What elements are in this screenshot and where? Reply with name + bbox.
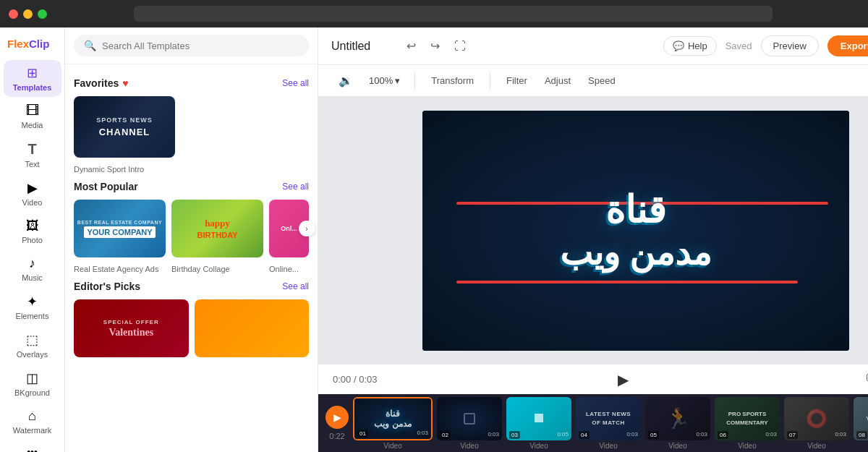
- timeline-clip-3[interactable]: ⏹ 03 0:05 Video: [506, 397, 571, 450]
- toolbar-divider-1: [414, 74, 415, 88]
- clip-2-number: 02: [440, 431, 451, 439]
- clip-6-number: 06: [718, 431, 728, 439]
- arabic-line2: مدمن ويب: [560, 232, 712, 274]
- most-popular-labels: Real Estate Agency Ads Birthday Collage …: [74, 262, 309, 275]
- clip-1-label: Video: [383, 442, 401, 450]
- clip-1-number: 01: [357, 430, 368, 438]
- saved-status: Saved: [726, 40, 752, 51]
- timeline-play-button[interactable]: ▶: [326, 406, 349, 429]
- clip-3-info: 03 0:05: [509, 431, 569, 439]
- editors-picks-header: Editor's Picks See all: [74, 281, 309, 292]
- controls-right: 🎙 ⊞ 0:03 ✕: [863, 372, 868, 387]
- sidebar-item-music[interactable]: ♪ Music: [4, 251, 61, 287]
- sidebar-item-watermark[interactable]: ⌂ Watermark: [4, 404, 61, 440]
- adjust-button[interactable]: Adjust: [537, 72, 578, 90]
- timeline-clip-5[interactable]: 🏃 05 0:03 Video: [645, 397, 710, 450]
- app: FlexClip ⊞ Templates 🎞 Media T Text ▶ Vi…: [0, 27, 868, 452]
- clip-1-info: 01 0:03: [357, 430, 428, 438]
- carousel-next-button[interactable]: ›: [299, 221, 315, 236]
- canvas-area: قناة مدمن ويب: [318, 97, 868, 364]
- birthday-thumbnail: happy BIRTHDAY: [171, 200, 263, 257]
- red-line-bottom: [456, 281, 798, 283]
- clip-4-label: Video: [599, 442, 617, 450]
- fullscreen-button[interactable]: ⛶: [451, 37, 469, 56]
- sidebar-item-templates[interactable]: ⊞ Templates: [4, 60, 61, 97]
- clip-7-info: 07 0:03: [787, 431, 846, 439]
- favorites-see-all[interactable]: See all: [282, 78, 309, 88]
- timeline-clip-1[interactable]: قناةمدمن ويب 01 0:03 Video: [353, 397, 433, 450]
- volume-button[interactable]: 🔉: [331, 70, 360, 91]
- timeline: ▶ 0:22 قناةمدمن ويب 01 0:03 Video: [318, 394, 868, 452]
- template-sports-news[interactable]: SPORTS NEWS CHANNEL: [74, 96, 175, 158]
- photo-label: Photo: [22, 236, 43, 244]
- editors-picks-see-all[interactable]: See all: [282, 281, 309, 291]
- filter-button[interactable]: Filter: [499, 72, 535, 90]
- help-button[interactable]: 💬 Help: [663, 36, 717, 56]
- clip-8-number: 08: [856, 431, 867, 439]
- timeline-clip-8[interactable]: YOUR ACCO... 08 0:03 Video: [854, 397, 868, 450]
- clip-4-time: 0:03: [626, 431, 638, 439]
- timeline-clip-6[interactable]: PRO SPORTSCOMMENTARY 06 0:03 Video: [715, 397, 780, 450]
- overlays-label: Overlays: [17, 350, 48, 359]
- export-button[interactable]: Export →: [827, 35, 868, 56]
- sports-news-thumbnail: SPORTS NEWS CHANNEL: [74, 96, 175, 158]
- sidebar-item-text[interactable]: T Text: [4, 136, 61, 174]
- microphone-icon[interactable]: 🎙: [863, 372, 868, 387]
- text-icon: T: [27, 141, 36, 158]
- video-canvas: قناة مدمن ويب: [422, 111, 849, 351]
- clip-1-time: 0:03: [417, 430, 428, 438]
- clip-3-number: 03: [509, 431, 520, 439]
- minimize-button[interactable]: [23, 9, 33, 19]
- timeline-clip-7[interactable]: ⭕ 07 0:03 Video: [784, 397, 849, 450]
- template-birthday[interactable]: happy BIRTHDAY: [171, 200, 263, 257]
- template-drinks[interactable]: [195, 299, 310, 357]
- sidebar-item-video[interactable]: ▶ Video: [4, 175, 61, 212]
- speed-button[interactable]: Speed: [581, 72, 623, 90]
- template-valentine[interactable]: SPECIAL OFFER Valentines: [74, 299, 189, 357]
- most-popular-see-all[interactable]: See all: [282, 182, 309, 192]
- most-popular-title: Most Popular: [74, 181, 138, 192]
- sidebar-item-overlays[interactable]: ⬚ Overlays: [4, 327, 61, 364]
- watermark-icon: ⌂: [28, 409, 36, 424]
- play-button[interactable]: ▶: [618, 371, 629, 388]
- clip-1-thumb: قناةمدمن ويب 01 0:03: [353, 397, 433, 440]
- maximize-button[interactable]: [38, 9, 47, 19]
- timeline-clip-2[interactable]: 02 0:03 Video: [437, 397, 502, 450]
- top-header: Untitled ↩ ↪ ⛶ 💬 Help Saved Preview Expo…: [318, 27, 868, 65]
- video-label: Video: [22, 198, 43, 207]
- clip-5-label: Video: [668, 442, 686, 450]
- search-input[interactable]: [102, 40, 299, 51]
- logo-clip: Clip: [29, 38, 49, 50]
- clip-7-time: 0:03: [835, 431, 846, 439]
- sidebar-item-more[interactable]: ••• More: [4, 441, 61, 452]
- clip-7-label: Video: [807, 442, 825, 450]
- titlebar: [0, 0, 868, 27]
- zoom-selector[interactable]: 100% ▾: [363, 73, 406, 88]
- arabic-line1: قناة: [560, 187, 712, 232]
- url-bar: [134, 6, 773, 22]
- logo-flex: Flex: [7, 38, 29, 50]
- panel-content: Favorites ♥ See all SPORTS NEWS CHANNEL …: [65, 64, 318, 452]
- heart-icon: ♥: [122, 77, 128, 89]
- redo-button[interactable]: ↪: [427, 36, 443, 56]
- close-button[interactable]: [9, 9, 18, 19]
- undo-button[interactable]: ↩: [404, 36, 419, 56]
- valentine-thumbnail: SPECIAL OFFER Valentines: [74, 299, 189, 357]
- preview-button[interactable]: Preview: [761, 35, 819, 56]
- sidebar-item-bkground[interactable]: ◫ BKground: [4, 365, 61, 402]
- search-box[interactable]: 🔍: [74, 35, 309, 56]
- sidebar-item-elements[interactable]: ✦ Elements: [4, 289, 61, 325]
- transform-button[interactable]: Transform: [424, 72, 481, 90]
- timeline-clip-4[interactable]: LATEST NEWSOF MATCH 04 0:03 Video: [576, 397, 641, 450]
- sidebar-item-media[interactable]: 🎞 Media: [4, 98, 61, 135]
- player-controls: 0:00 / 0:03 ▶ 🎙 ⊞ 0:03 ✕: [318, 364, 868, 394]
- timeline-time: 0:22: [329, 432, 344, 440]
- bkground-label: BKground: [14, 388, 50, 397]
- clip-5-time: 0:03: [696, 431, 707, 439]
- sidebar-item-photo[interactable]: 🖼 Photo: [4, 213, 61, 250]
- video-icon: ▶: [27, 180, 38, 196]
- clip-8-thumb: YOUR ACCO... 08 0:03: [854, 397, 868, 440]
- template-real-estate[interactable]: BEST REAL ESTATE COMPANY YOUR COMPANY: [74, 200, 166, 257]
- editors-picks-title: Editor's Picks: [74, 281, 140, 292]
- text-label: Text: [25, 160, 39, 169]
